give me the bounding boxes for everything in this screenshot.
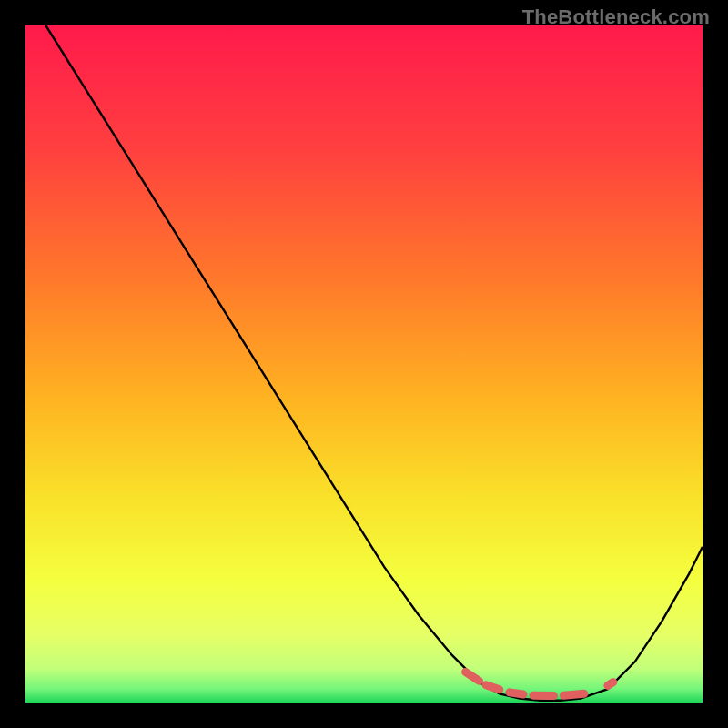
- marker-segment: [563, 693, 583, 695]
- marker-segment: [486, 685, 500, 690]
- marker-segment: [510, 693, 523, 694]
- chart-background: [25, 25, 703, 703]
- marker-segment: [608, 682, 613, 686]
- bottleneck-chart: [25, 25, 703, 703]
